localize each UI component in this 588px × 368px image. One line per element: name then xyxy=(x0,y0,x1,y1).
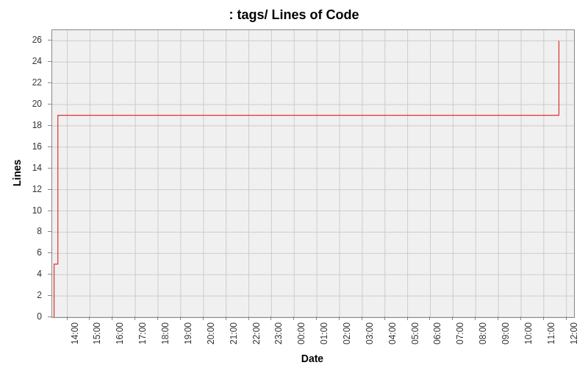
x-tick-label: 09:00 xyxy=(501,322,511,344)
y-tick-label: 14 xyxy=(32,163,42,173)
x-tick-label: 22:00 xyxy=(251,322,262,344)
y-tick-label: 24 xyxy=(32,56,42,66)
x-tick-label: 00:00 xyxy=(296,322,306,344)
x-tick-label: 14:00 xyxy=(70,322,80,344)
x-tick-label: 12:00 xyxy=(569,322,579,344)
x-tick-label: 16:00 xyxy=(115,322,125,344)
y-tick-label: 2 xyxy=(37,290,42,300)
y-tick-label: 8 xyxy=(37,226,42,236)
x-tick-label: 10:00 xyxy=(523,322,534,344)
chart-title: : tags/ Lines of Code xyxy=(0,7,588,23)
x-tick-label: 01:00 xyxy=(319,322,329,344)
x-tick-label: 08:00 xyxy=(478,322,488,344)
y-tick-label: 12 xyxy=(32,184,42,194)
y-tick-label: 0 xyxy=(37,311,42,322)
y-tick-label: 10 xyxy=(32,205,42,216)
x-tick-label: 18:00 xyxy=(160,322,171,344)
x-tick-label: 23:00 xyxy=(273,322,284,344)
chart-container: : tags/ Lines of Code Lines 024681012141… xyxy=(0,0,588,368)
x-tick-label: 06:00 xyxy=(432,322,442,344)
x-tick-label: 02:00 xyxy=(342,322,352,344)
x-tick-label: 11:00 xyxy=(546,322,556,344)
x-tick-label: 03:00 xyxy=(365,322,375,344)
y-tick-label: 4 xyxy=(37,269,42,279)
y-tick-label: 6 xyxy=(37,247,42,258)
x-tick-label: 21:00 xyxy=(229,322,239,344)
x-axis-label: Date xyxy=(51,353,573,364)
y-tick-label: 22 xyxy=(32,77,42,88)
y-tick-label: 16 xyxy=(32,141,42,152)
y-tick-label: 20 xyxy=(32,99,42,109)
x-tick-label: 05:00 xyxy=(410,322,420,344)
y-tick-label: 18 xyxy=(32,120,42,130)
x-tick-label: 19:00 xyxy=(183,322,193,344)
x-tick-label: 15:00 xyxy=(92,322,102,344)
y-axis-ticks: 02468101214161820222426 xyxy=(0,29,48,316)
plot-area xyxy=(51,29,575,318)
y-tick-label: 26 xyxy=(32,35,42,45)
x-tick-label: 17:00 xyxy=(137,322,148,344)
line-series xyxy=(52,30,574,317)
x-tick-label: 07:00 xyxy=(455,322,465,344)
x-tick-label: 04:00 xyxy=(387,322,398,344)
x-tick-label: 20:00 xyxy=(206,322,216,344)
